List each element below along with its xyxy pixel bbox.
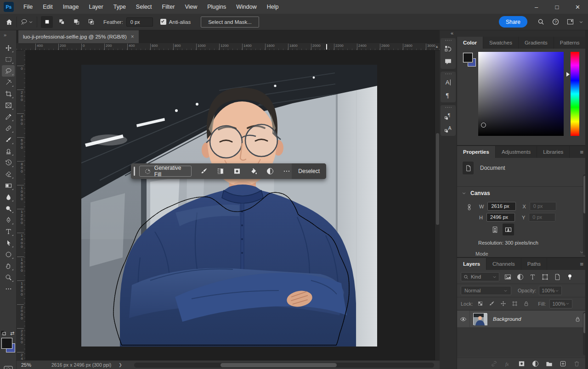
deselect-button[interactable]: Deselect xyxy=(292,163,326,179)
swap-colors-icon[interactable]: ⇄ xyxy=(10,330,14,336)
horizontal-scrollbar-thumb[interactable] xyxy=(220,363,337,367)
vertical-scrollbar[interactable] xyxy=(435,50,440,360)
tool-ellipsis[interactable] xyxy=(2,283,15,295)
generative-fill-button[interactable]: Generative Fill xyxy=(139,166,192,177)
tool-blur[interactable] xyxy=(2,191,15,203)
selection-brush-icon[interactable] xyxy=(199,166,209,176)
trash-icon[interactable] xyxy=(573,360,581,368)
smart-object-icon[interactable] xyxy=(553,273,562,281)
toolbar-collapse-icon[interactable]: » xyxy=(4,32,6,38)
intersect-selection-icon[interactable] xyxy=(85,16,97,28)
horizontal-ruler[interactable]: 4002000200400600800100012001400160018002… xyxy=(17,43,440,50)
select-and-mask-button[interactable]: Select and Mask... xyxy=(201,17,259,28)
tool-pen[interactable] xyxy=(2,214,15,226)
feather-input[interactable]: 0 px xyxy=(126,17,153,27)
color-picker-field[interactable] xyxy=(478,52,564,136)
image-filter-icon[interactable] xyxy=(503,273,512,281)
link-dimensions-icon[interactable] xyxy=(466,204,473,211)
close-tab-icon[interactable]: × xyxy=(131,34,134,40)
tool-history-brush[interactable] xyxy=(2,157,15,168)
color-picker-cursor[interactable] xyxy=(481,123,486,128)
tool-type[interactable] xyxy=(2,226,15,237)
width-input[interactable]: 2616 px xyxy=(487,202,516,211)
menu-window[interactable]: Window xyxy=(231,0,261,14)
mask-icon[interactable] xyxy=(518,360,526,368)
tab-gradients[interactable]: Gradients xyxy=(519,37,554,49)
tool-object-selection[interactable] xyxy=(2,77,15,88)
tool-eraser[interactable] xyxy=(2,168,15,180)
minimize-button[interactable]: – xyxy=(526,0,547,14)
y-input[interactable]: 0 px xyxy=(529,213,555,222)
lock-artboard-icon[interactable] xyxy=(511,300,518,308)
tool-rectangular-marquee[interactable] xyxy=(2,54,15,65)
tab-properties[interactable]: Properties xyxy=(457,146,496,158)
lock-all-icon[interactable] xyxy=(522,300,530,308)
default-colors-icon[interactable] xyxy=(1,330,6,336)
mask-icon[interactable] xyxy=(232,166,242,176)
layer-filter-select[interactable]: Kind xyxy=(461,272,499,281)
workspace-icon[interactable] xyxy=(563,16,577,28)
canvas-photo[interactable] xyxy=(81,65,377,347)
chevron-down-icon[interactable] xyxy=(579,20,583,24)
fill-bucket-icon[interactable] xyxy=(249,166,259,176)
refine-selection-icon[interactable] xyxy=(215,166,226,176)
canvas-section-header[interactable]: Canvas xyxy=(462,190,490,196)
invert-icon[interactable] xyxy=(265,166,275,176)
shape-filter-icon[interactable] xyxy=(541,273,549,281)
menu-edit[interactable]: Edit xyxy=(38,0,58,14)
maximize-button[interactable]: □ xyxy=(547,0,567,14)
quick-mask-icon[interactable] xyxy=(3,365,13,369)
home-icon[interactable] xyxy=(6,18,13,26)
tool-hand[interactable] xyxy=(2,260,15,272)
document-tab[interactable]: luo-ji-professional-selfie.jpg @ 25% (RG… xyxy=(18,30,139,43)
new-selection-icon[interactable] xyxy=(41,16,53,28)
menu-view[interactable]: View xyxy=(180,0,202,14)
status-arrow-icon[interactable]: ❯ xyxy=(119,363,122,367)
tab-swatches[interactable]: Swatches xyxy=(483,37,519,49)
close-button[interactable]: ✕ xyxy=(567,0,588,14)
share-button[interactable]: Share xyxy=(499,16,527,28)
taskbar-drag-handle[interactable] xyxy=(134,167,135,176)
lock-transparent-icon[interactable] xyxy=(476,300,484,308)
hue-slider[interactable] xyxy=(571,52,579,136)
tab-paths[interactable]: Paths xyxy=(521,258,547,270)
tool-lasso[interactable] xyxy=(2,65,15,77)
menu-select[interactable]: Select xyxy=(131,0,157,14)
chevron-down-icon[interactable] xyxy=(28,20,33,24)
horizontal-scrollbar[interactable] xyxy=(134,363,434,368)
adjustment-half-icon[interactable] xyxy=(516,273,525,281)
layer-row-background[interactable]: Background xyxy=(457,311,588,327)
tool-eyedropper[interactable] xyxy=(2,111,15,123)
x-input[interactable]: 0 px xyxy=(530,202,556,211)
menu-layer[interactable]: Layer xyxy=(84,0,108,14)
fx-icon[interactable]: fx xyxy=(504,360,512,368)
tool-clone-stamp[interactable] xyxy=(2,145,15,157)
pin-icon[interactable] xyxy=(565,273,574,281)
tool-healing-brush[interactable] xyxy=(2,123,15,134)
foreground-color-swatch[interactable] xyxy=(1,338,12,349)
menu-help[interactable]: Help xyxy=(262,0,284,14)
chain-link-icon[interactable] xyxy=(490,360,498,368)
search-icon[interactable] xyxy=(534,16,548,28)
height-input[interactable]: 2496 px xyxy=(486,213,515,222)
mode-label[interactable]: Mode xyxy=(475,251,488,257)
lock-position-icon[interactable] xyxy=(499,300,507,308)
tab-color[interactable]: Color xyxy=(457,37,483,49)
canvas-viewport[interactable]: Generative Fill Deselect xyxy=(26,50,440,360)
character-panel-icon[interactable]: A xyxy=(442,77,455,88)
menu-plugins[interactable]: Plugins xyxy=(202,0,231,14)
zoom-level-field[interactable]: 25% xyxy=(17,362,43,368)
opacity-input[interactable]: 100% xyxy=(539,286,562,295)
layer-visibility-toggle[interactable] xyxy=(457,311,470,327)
foreground-color-swatch[interactable] xyxy=(463,53,473,62)
comments-icon[interactable] xyxy=(442,56,455,67)
lock-pixels-icon[interactable] xyxy=(488,300,495,308)
help-icon[interactable]: ? xyxy=(548,16,562,28)
add-selection-icon[interactable] xyxy=(56,16,68,28)
portrait-orientation-button[interactable] xyxy=(489,224,501,235)
adjustment-half-icon[interactable] xyxy=(531,360,539,368)
tab-patterns[interactable]: Patterns xyxy=(554,37,586,49)
vertical-ruler[interactable]: 0200400600800100012001400160018002000220… xyxy=(17,50,26,360)
collapse-panels-icon[interactable]: « xyxy=(451,30,453,36)
type-filter-icon[interactable] xyxy=(528,273,537,281)
